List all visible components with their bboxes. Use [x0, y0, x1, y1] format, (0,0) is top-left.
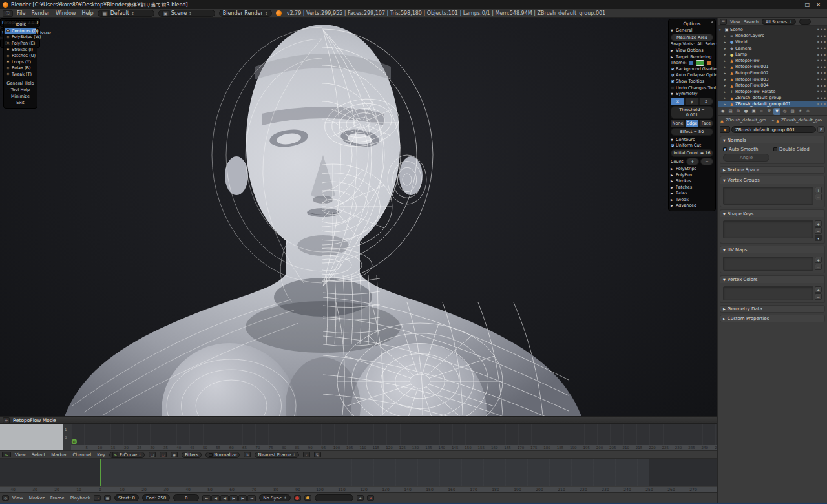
tool-item[interactable]: PolyStrips (W) — [5, 34, 36, 41]
snap-selector[interactable]: Nearest Frame↕ — [255, 452, 298, 458]
delete-keyframe-button[interactable]: ✕ — [367, 495, 374, 501]
auto-normalize-icon[interactable]: ⇅ — [244, 452, 251, 457]
outliner-row[interactable]: ▾ Scene ▪▪▪ — [718, 26, 827, 33]
theme-swatch[interactable] — [696, 60, 704, 66]
graph-plot-area[interactable]: 0 51015202530354045505560657075808590951… — [71, 424, 717, 450]
row-toggles[interactable]: ▪▪▪ — [817, 102, 826, 105]
filters-button[interactable]: Filters — [182, 452, 202, 458]
axis-button[interactable]: z — [699, 98, 713, 105]
collapsed-section-header[interactable]: ▶ Relax — [670, 191, 714, 197]
outliner-row[interactable]: ▸ RetopoFlow_Rotate ▪▪▪ — [718, 89, 827, 95]
auto-smooth-toggle[interactable]: Auto Smooth — [723, 147, 771, 152]
effect-field[interactable]: Effect = 50 — [671, 128, 713, 136]
menu-item[interactable]: Window — [56, 10, 76, 16]
option-toggle[interactable]: Background Gradient — [670, 66, 714, 72]
expander-icon[interactable]: ▸ — [724, 83, 728, 87]
prev-keyframe-button[interactable]: ◀ — [211, 495, 220, 501]
row-toggles[interactable]: ▪▪▪ — [817, 96, 826, 100]
add-vertex-color-button[interactable]: + — [815, 286, 822, 293]
ghost-curves-icon[interactable]: ◌ — [160, 452, 167, 457]
option-toggle[interactable]: Auto Collapse Options — [670, 72, 714, 79]
outliner-row[interactable]: ▸ Lamp ▪▪▪ — [718, 51, 827, 58]
row-toggles[interactable]: ▪▪▪ — [817, 53, 826, 56]
row-toggles[interactable]: ▪▪▪ — [817, 34, 826, 37]
row-toggles[interactable]: ▪▪▪ — [817, 84, 826, 87]
menu-item[interactable]: Help — [81, 10, 93, 16]
threshold-field[interactable]: Threshold = 0.001 — [671, 106, 713, 119]
menu-item[interactable]: Key — [97, 452, 105, 457]
checkbox[interactable] — [773, 147, 777, 151]
collapsed-section-header[interactable]: ▶ Patches — [670, 184, 714, 191]
editor-type-icon[interactable]: ⓘ — [3, 10, 13, 17]
graph-editor-icon[interactable]: ∿ — [2, 452, 11, 457]
scene-selector[interactable]: ▣ Scene↕ — [158, 10, 215, 17]
add-vertex-group-button[interactable]: + — [815, 187, 822, 193]
outliner-editor-icon[interactable]: ☰ — [720, 19, 727, 25]
collapsed-section-header[interactable]: ▶ Advanced — [670, 203, 714, 209]
tool-item[interactable]: PolyPen (E) — [5, 40, 36, 47]
expander-icon[interactable]: ▸ — [724, 34, 728, 37]
checkbox[interactable] — [671, 67, 675, 71]
outliner-row[interactable]: ▸ RetopoFlow.001 ▪▪▪ — [718, 64, 827, 70]
maximize-area-button[interactable]: Maximize Area — [671, 34, 713, 41]
outliner-row[interactable]: ▸ ZBrush_default_group ▪▪▪ — [718, 95, 827, 101]
properties-tab[interactable]: ● — [742, 108, 749, 115]
shape-keys-list[interactable] — [723, 220, 813, 238]
option-toggle[interactable]: Show Tooltips — [670, 78, 714, 85]
option-toggle[interactable]: Undo Changes Tool — [670, 85, 714, 91]
insert-keyframe-button[interactable]: + — [357, 495, 364, 501]
snap-option[interactable]: Selected — [704, 41, 717, 47]
render-engine-selector[interactable]: Blender Render↕ — [219, 10, 272, 17]
row-toggles[interactable]: ▪▪▪ — [817, 90, 826, 93]
breadcrumb-data[interactable]: ZBrush_default_gro.. — [781, 118, 824, 123]
collapsed-section-header[interactable]: ▶ PolyPen — [670, 172, 714, 178]
graph-frame-strip[interactable]: 5101520253035404550556065707580859095100… — [71, 445, 717, 450]
next-keyframe-button[interactable]: ▶ — [238, 495, 247, 501]
jump-end-button[interactable]: ⇥ — [247, 495, 256, 501]
graph-mode-selector[interactable]: ∿F-Curve↕ — [109, 452, 145, 458]
target-rendering-header[interactable]: ▶Target Rendering — [670, 54, 714, 60]
tool-item[interactable]: Strokes (I) — [5, 47, 36, 53]
outliner-row[interactable]: ▸ ZBrush_default_group.001 ▪▪▪ — [718, 101, 827, 107]
tool-action-button[interactable]: General Help — [4, 80, 37, 87]
shape-key-specials-button[interactable]: ▾ — [815, 235, 822, 241]
tool-item[interactable]: Tweak (T) — [5, 71, 36, 78]
shape-keys-panel-header[interactable]: ▼Shape Keys — [720, 209, 825, 217]
fake-user-button[interactable]: F — [817, 126, 825, 133]
expander-icon[interactable]: ▸ — [724, 71, 728, 75]
menu-item[interactable]: Marker — [29, 496, 45, 501]
snap-mode-button[interactable]: None — [671, 120, 685, 127]
tool-item[interactable]: Patches (U) — [5, 52, 36, 59]
proportional-edit-icon[interactable]: ◦ — [303, 452, 310, 457]
properties-tab[interactable]: ▤ — [727, 108, 734, 115]
theme-swatch[interactable] — [706, 61, 712, 65]
breadcrumb-object[interactable]: ZBrush_default_gro... — [726, 118, 770, 123]
tool-item[interactable]: Relax (R) — [5, 65, 36, 72]
graph-channel-region[interactable] — [0, 424, 63, 450]
normalize-button[interactable]: Normalize — [205, 452, 240, 458]
menu-item[interactable]: Playback — [70, 496, 90, 501]
row-toggles[interactable]: ▪▪▪ — [817, 40, 826, 43]
vertex-colors-list[interactable] — [723, 286, 813, 300]
expander-icon[interactable]: ▸ — [724, 65, 728, 68]
outliner-filter-selector[interactable]: All Scenes↕ — [762, 19, 796, 25]
menu-item[interactable]: View — [15, 452, 26, 457]
collapsed-section-header[interactable]: ▶ Tweak — [670, 196, 714, 203]
remove-vertex-group-button[interactable]: − — [815, 194, 822, 200]
current-frame-field[interactable]: 0 — [173, 494, 199, 501]
menu-item[interactable]: Render — [31, 10, 49, 16]
theme-swatch[interactable] — [688, 61, 694, 65]
expander-icon[interactable]: ▸ — [724, 78, 728, 81]
menu-item[interactable]: Channel — [72, 452, 91, 457]
jump-start-button[interactable]: ⇤ — [202, 495, 211, 501]
checkbox[interactable] — [671, 73, 675, 77]
panel-pin-icon[interactable] — [711, 21, 713, 23]
properties-tab[interactable]: ▨ — [789, 108, 796, 115]
checkbox[interactable] — [723, 147, 727, 151]
maximize-button[interactable]: □ — [805, 2, 810, 8]
properties-tab[interactable]: ◉ — [719, 108, 726, 115]
double-sided-toggle[interactable]: Double Sided — [773, 147, 822, 152]
count-plus-button[interactable]: + — [686, 158, 699, 165]
outliner-row[interactable]: ▸ RetopoFlow.002 ▪▪▪ — [718, 70, 827, 76]
row-toggles[interactable]: ▪▪▪ — [817, 59, 826, 62]
